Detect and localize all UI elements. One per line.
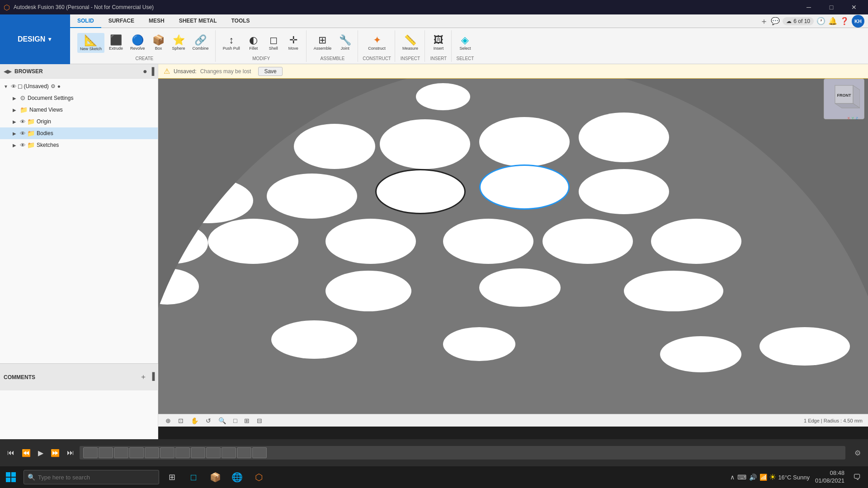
save-button[interactable]: Save: [258, 67, 282, 76]
model-hole-2[interactable]: [380, 119, 470, 169]
timeline-marker[interactable]: [114, 447, 128, 458]
assemble-btn2[interactable]: 🔧 Joint: [336, 33, 354, 52]
tree-item-origin[interactable]: ▶ 👁 📁 Origin: [0, 116, 158, 127]
expand-icon[interactable]: ▶: [13, 119, 20, 124]
model-hole-17[interactable]: [326, 271, 411, 311]
model-hole-3[interactable]: [479, 117, 570, 167]
visibility-icon[interactable]: 👁: [11, 83, 17, 90]
model-hole-5[interactable]: [163, 178, 253, 223]
close-btn[interactable]: ✕: [844, 0, 864, 14]
model-hole-11[interactable]: [208, 219, 298, 264]
move-btn[interactable]: ✛ Move: [284, 33, 302, 52]
model-hole-8[interactable]: [479, 164, 570, 210]
model-hole-23[interactable]: [443, 327, 515, 361]
sphere-btn[interactable]: ⭐ Sphere: [170, 33, 188, 52]
timeline-start-btn[interactable]: ⏮: [5, 447, 16, 459]
timeline-marker[interactable]: [160, 447, 175, 458]
visibility-icon[interactable]: 👁: [20, 130, 26, 137]
timeline-play-btn[interactable]: ▶: [36, 447, 45, 459]
chrome-icon-btn[interactable]: 🌐: [226, 466, 248, 488]
select-btn[interactable]: ◈ Select: [456, 33, 474, 52]
timeline-marker[interactable]: [99, 447, 113, 458]
tab-tools[interactable]: TOOLS: [224, 14, 257, 28]
tree-item-bodies[interactable]: ▶ 👁 📁 Bodies: [0, 127, 158, 139]
tree-item-named-views[interactable]: ▶ 📁 Named Views: [0, 104, 158, 116]
timeline-marker[interactable]: [191, 447, 205, 458]
expand-icon[interactable]: ▶: [13, 131, 20, 136]
model-hole-14[interactable]: [542, 219, 633, 264]
visibility-icon[interactable]: 👁: [20, 142, 26, 149]
box-btn[interactable]: 📦 Box: [150, 33, 168, 52]
timeline-marker[interactable]: [175, 447, 190, 458]
rar-icon-btn[interactable]: 📦: [204, 466, 226, 488]
model-hole-18[interactable]: [624, 271, 723, 311]
model-hole-1[interactable]: [294, 124, 375, 169]
orbit-icon[interactable]: ↺: [204, 416, 213, 425]
timeline-settings-icon[interactable]: ⚙: [853, 447, 863, 459]
assemble-btn1[interactable]: ⊞ Assemble: [311, 33, 335, 52]
fusion-icon-btn[interactable]: ⬡: [248, 466, 269, 488]
timeline-track[interactable]: [80, 446, 845, 460]
expand-icon[interactable]: ▶: [13, 108, 20, 113]
taskview-btn[interactable]: ⊞: [161, 466, 183, 488]
tab-sheet-metal[interactable]: SHEET METAL: [172, 14, 224, 28]
timeline-marker[interactable]: [206, 447, 221, 458]
speaker-icon[interactable]: 🔊: [749, 474, 757, 481]
timeline-marker[interactable]: [145, 447, 159, 458]
chat-icon[interactable]: 💬: [771, 17, 780, 25]
display-mode-icon[interactable]: □: [231, 416, 239, 425]
expand-icon[interactable]: ▶: [13, 96, 20, 101]
keyboard-icon[interactable]: ⌨: [737, 474, 746, 481]
tree-item-doc-settings[interactable]: ▶ ⚙ Document Settings: [0, 92, 158, 104]
model-hole-9[interactable]: [579, 169, 669, 214]
fillet-btn[interactable]: ◐ Fillet: [245, 33, 263, 52]
timeline-next-btn[interactable]: ⏩: [49, 447, 61, 459]
tree-item-unsaved[interactable]: ▼ 👁 □ (Unsaved) ⚙ ●: [0, 80, 158, 92]
search-input[interactable]: [38, 474, 155, 481]
tab-surface[interactable]: SURFACE: [101, 14, 142, 28]
tree-item-sketches[interactable]: ▶ 👁 📁 Sketches: [0, 139, 158, 151]
new-sketch-btn[interactable]: 📐 New Sketch: [77, 33, 104, 53]
timeline-marker[interactable]: [252, 447, 267, 458]
expand-icon[interactable]: ▶: [13, 143, 20, 148]
notification-btn[interactable]: 🗨: [850, 470, 864, 484]
3d-viewport[interactable]: [158, 79, 868, 427]
timeline-end-btn[interactable]: ⏭: [65, 447, 76, 459]
zoom-icon[interactable]: 🔍: [217, 416, 228, 425]
model-hole-15[interactable]: [651, 219, 741, 264]
start-button[interactable]: [0, 466, 22, 488]
timeline-prev-btn[interactable]: ⏪: [20, 447, 33, 459]
fit-icon[interactable]: ⊡: [176, 416, 185, 425]
model-hole-20[interactable]: [271, 320, 357, 359]
add-icon-unsaved[interactable]: ●: [57, 83, 61, 89]
insert-image-btn[interactable]: 🖼 Insert: [429, 33, 448, 52]
timeline-marker[interactable]: [129, 447, 144, 458]
model-hole-12[interactable]: [326, 219, 416, 264]
model-hole-19[interactable]: [479, 268, 561, 307]
search-bar[interactable]: 🔍: [24, 470, 159, 484]
more-icon[interactable]: ⊟: [255, 416, 264, 425]
nav-icon[interactable]: ⊕: [164, 416, 173, 425]
combine-btn[interactable]: 🔗 Combine: [190, 33, 212, 52]
pan-icon[interactable]: ✋: [189, 416, 200, 425]
network-icon[interactable]: 📶: [760, 474, 767, 481]
timeline-marker[interactable]: [222, 447, 236, 458]
add-tab-icon[interactable]: ＋: [760, 16, 768, 27]
tab-solid[interactable]: SOLID: [70, 14, 101, 28]
model-hole-13[interactable]: [443, 219, 533, 264]
construct-btn[interactable]: ✦ Construct: [365, 33, 388, 52]
help-icon[interactable]: ❓: [840, 17, 849, 25]
design-button[interactable]: DESIGN ▼: [0, 14, 70, 64]
maximize-btn[interactable]: □: [821, 0, 842, 14]
minimize-btn[interactable]: ─: [798, 0, 819, 14]
browser-settings-icon[interactable]: ●: [143, 67, 147, 75]
measure-btn[interactable]: 📏 Measure: [400, 33, 421, 52]
model-hole-7[interactable]: [375, 169, 466, 214]
model-hole-22[interactable]: [660, 336, 741, 372]
timeline-marker[interactable]: [237, 447, 251, 458]
browser-expand-icon[interactable]: ▐: [149, 67, 154, 75]
model-hole-6[interactable]: [267, 174, 357, 219]
settings-icon-unsaved[interactable]: ⚙: [51, 83, 56, 89]
grid-icon[interactable]: ⊞: [242, 416, 251, 425]
model-hole-16[interactable]: [158, 268, 199, 305]
